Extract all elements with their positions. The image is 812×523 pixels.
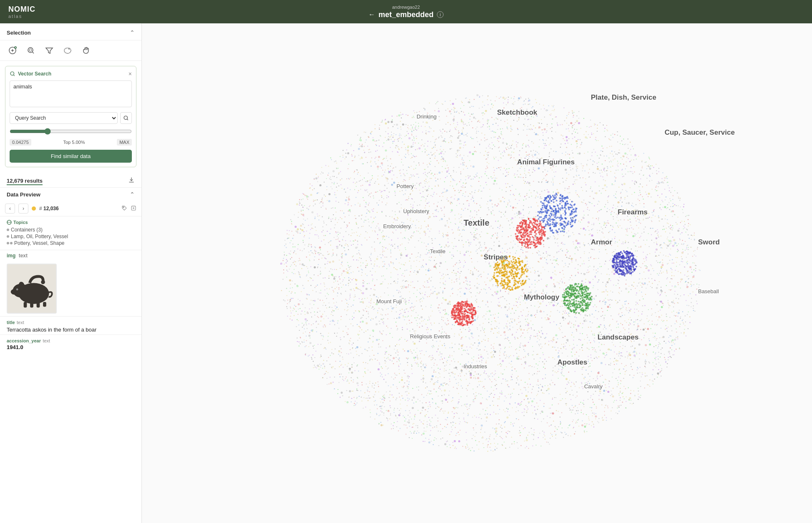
title-field-row: title text Terracotta askos in the form …: [0, 316, 141, 334]
accession-value: 1941.0: [7, 344, 135, 350]
info-icon[interactable]: i: [437, 11, 444, 18]
dataset-name: met_embedded: [378, 10, 434, 19]
selection-section-header: Selection ⌃: [0, 23, 141, 40]
results-row: 12,679 results: [0, 172, 141, 187]
title-value: Terracotta askos in the form of a boar: [7, 327, 135, 333]
topic-item-2: Lamp, Oil, Pottery, Vessel: [7, 233, 135, 240]
find-similar-button[interactable]: Find similar data: [10, 150, 132, 163]
selection-collapse-icon[interactable]: ⌃: [130, 29, 135, 36]
svg-point-23: [9, 222, 10, 223]
slider-labels: 0.04275 Top 5.00% MAX: [10, 139, 132, 146]
sidebar: Selection ⌃: [0, 23, 142, 523]
search-box-header: Vector Search ×: [10, 70, 132, 77]
data-preview-title: Data Preview: [7, 191, 40, 198]
svg-point-35: [16, 289, 18, 291]
selection-title: Selection: [7, 30, 31, 36]
slider-pct: Top 5.00%: [63, 140, 85, 145]
svg-line-14: [127, 119, 128, 120]
data-preview-collapse[interactable]: ⌃: [130, 191, 135, 198]
slider-min-value: 0.04275: [10, 139, 31, 146]
vector-search-box: Vector Search × animals Query Search Emb…: [5, 66, 136, 167]
svg-rect-34: [43, 302, 46, 307]
logo-text: NOMIC: [8, 5, 35, 14]
svg-rect-33: [37, 302, 40, 308]
query-type-select[interactable]: Query Search Embedding Search: [10, 112, 118, 124]
dataset-name-row: ← met_embedded i: [368, 10, 444, 19]
topic-item: Containers (3): [7, 226, 135, 233]
svg-marker-9: [46, 48, 53, 53]
results-count: 12,679 results: [7, 178, 43, 184]
back-button[interactable]: ←: [368, 11, 375, 18]
map-canvas[interactable]: [142, 23, 812, 523]
main-layout: Selection ⌃: [0, 23, 812, 523]
title-label: title: [7, 320, 15, 325]
svg-line-12: [13, 75, 14, 75]
svg-line-10: [68, 48, 69, 50]
hand-icon[interactable]: [80, 45, 92, 56]
topic-dot-3b: [10, 242, 13, 244]
search-textarea[interactable]: animals: [10, 80, 132, 107]
slider-max: MAX: [117, 139, 132, 146]
data-preview-header: Data Preview ⌃: [0, 187, 141, 201]
topics-label: Topics: [7, 220, 135, 225]
svg-point-22: [8, 222, 8, 223]
topic-dot-1: [7, 229, 9, 231]
nav-id: # 12,036: [39, 206, 59, 211]
filter-icon[interactable]: [43, 45, 55, 56]
nav-actions: [121, 205, 136, 212]
svg-point-24: [10, 222, 11, 223]
vector-search-label: Vector Search: [18, 71, 51, 77]
similarity-slider[interactable]: [10, 128, 132, 135]
expand-icon[interactable]: [131, 205, 136, 212]
svg-line-7: [33, 52, 34, 54]
toolbar-icons-row: [0, 40, 141, 61]
accession-label: accession_year: [7, 338, 41, 343]
svg-rect-32: [30, 303, 33, 308]
zoom-selection-icon[interactable]: [25, 45, 37, 56]
img-preview: [7, 264, 57, 314]
topic-item-3: Pottery, Vessel, Shape: [7, 240, 135, 246]
nav-row: ‹ › # 12,036: [0, 201, 141, 216]
header: NOMIC atlas andrewgao22 ← met_embedded i: [0, 0, 812, 23]
map-area[interactable]: Plate, Dish, Service Sketchbook Drinking…: [142, 23, 812, 523]
username: andrewgao22: [392, 5, 420, 10]
topic-text-2: Lamp, Oil, Pottery, Vessel: [11, 234, 68, 239]
download-icon[interactable]: [128, 176, 135, 185]
topic-dot-3a: [7, 242, 9, 244]
svg-rect-31: [24, 302, 27, 308]
svg-point-11: [10, 72, 14, 75]
vector-search-title: Vector Search: [10, 71, 51, 77]
accession-year-field-row: accession_year text 1941.0: [0, 334, 141, 352]
nav-dot: [32, 206, 36, 211]
img-field-label: img text: [7, 253, 135, 259]
nav-prev-button[interactable]: ‹: [5, 204, 15, 214]
logo-sub: atlas: [8, 14, 35, 19]
query-row: Query Search Embedding Search: [10, 112, 132, 124]
topic-text-1: Containers (3): [11, 227, 43, 233]
nav-next-button[interactable]: ›: [18, 204, 28, 214]
slider-track: [10, 128, 132, 136]
lasso-icon[interactable]: [62, 45, 73, 56]
accession-type: text: [43, 338, 50, 343]
tag-icon[interactable]: [121, 205, 127, 212]
svg-point-8: [29, 49, 32, 51]
add-selection-icon[interactable]: [7, 45, 18, 56]
img-field-row: img text: [0, 250, 141, 261]
slider-row: 0.04275 Top 5.00% MAX: [10, 128, 132, 146]
title-type: text: [17, 320, 24, 325]
logo: NOMIC atlas: [8, 5, 35, 19]
vector-search-close[interactable]: ×: [129, 70, 132, 77]
svg-point-6: [28, 48, 33, 53]
topic-dot-2: [7, 235, 9, 238]
svg-point-29: [41, 280, 45, 284]
topics-section: Topics Containers (3) Lamp, Oil, Pottery…: [0, 216, 141, 250]
accession-label-row: accession_year text: [7, 337, 135, 344]
title-field-label-row: title text: [7, 318, 135, 326]
svg-point-13: [124, 116, 127, 119]
artifact-image: [8, 264, 56, 313]
logo-area: NOMIC atlas: [8, 5, 35, 19]
topic-text-3: Pottery, Vessel, Shape: [14, 240, 65, 246]
svg-point-17: [123, 206, 124, 207]
center-info: andrewgao22 ← met_embedded i: [368, 5, 444, 19]
query-search-execute-button[interactable]: [120, 112, 132, 124]
